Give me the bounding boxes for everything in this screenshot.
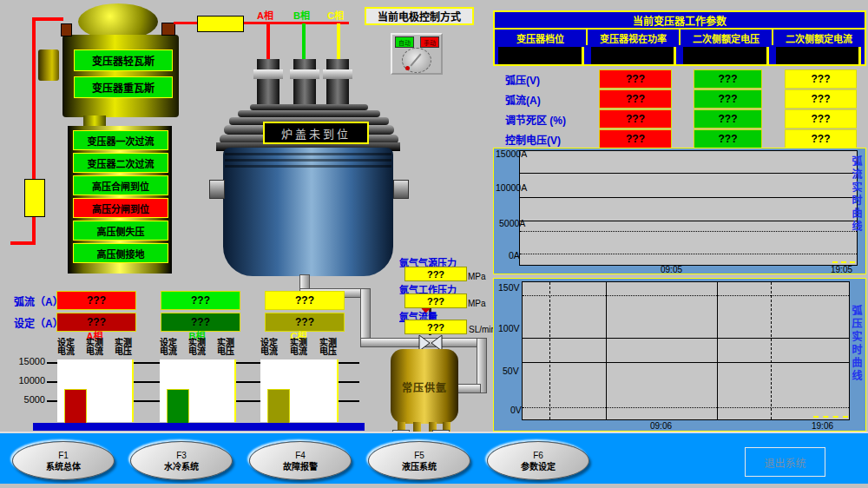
electrode-a xyxy=(257,59,279,108)
mode-manual-button[interactable]: 手动 xyxy=(420,36,439,48)
trend-cursor xyxy=(813,416,848,418)
alarm-label: 变压器二次过流 xyxy=(88,156,155,170)
argon-flow-unit: SL/min xyxy=(469,325,496,334)
header-set-current: 设定电流 xyxy=(160,339,177,356)
value-text: ??? xyxy=(427,322,444,333)
value-text: ??? xyxy=(812,133,831,145)
gas-relay-light-label: 变压器轻瓦斯 xyxy=(92,53,155,68)
header-set-current: 设定电流 xyxy=(260,339,278,356)
mode-manual-label: 手动 xyxy=(424,38,436,47)
arc-current-plot-area xyxy=(519,150,858,266)
value-text: ??? xyxy=(719,133,738,145)
furnace-band3 xyxy=(225,165,391,168)
header-meas-voltage: 实测电压 xyxy=(115,339,132,356)
hv-breaker-box xyxy=(24,179,45,217)
header-meas-current: 实测电流 xyxy=(86,339,103,356)
value-text: ??? xyxy=(427,269,444,280)
furnace-trunnion-left xyxy=(209,180,225,199)
bar-section-base xyxy=(33,423,365,431)
hdr-bottom: 电流 xyxy=(160,347,177,356)
deadband-c: ??? xyxy=(785,109,857,129)
alarm-lamp-hv-voltage-loss: 高压侧失压 xyxy=(73,221,168,241)
value-text: ??? xyxy=(427,296,444,307)
header-meas-current: 实测电流 xyxy=(188,339,206,356)
value-text: ??? xyxy=(87,316,106,328)
bottom-gray-strip xyxy=(0,484,868,488)
header-meas-voltage: 实测电压 xyxy=(217,339,234,356)
hv-wire-bottom xyxy=(10,241,36,245)
f3-water-cooling-button[interactable]: F3 水冷系统 xyxy=(130,441,233,480)
mode-auto-label: 自动 xyxy=(398,38,411,47)
value-cell xyxy=(680,45,773,66)
feeder-resistor xyxy=(197,16,244,32)
button-label: 故障报警 xyxy=(283,461,318,472)
ytick-100V: 100V xyxy=(498,323,520,333)
mode-auto-button[interactable]: 自动 xyxy=(395,36,414,48)
electrode-b-collar xyxy=(290,69,319,79)
exit-system-button[interactable]: 退出系统 xyxy=(745,447,825,477)
alarm-lamp-hv-ground: 高压侧接地 xyxy=(73,243,168,263)
fkey-label: F1 xyxy=(58,450,69,461)
bar-ytick-10000: 10000 xyxy=(14,375,45,386)
electrode-b xyxy=(293,59,316,108)
f5-hydraulic-system-button[interactable]: F5 液压系统 xyxy=(368,441,470,480)
alarm-lamp-secondary-overcurrent: 变压器二次过流 xyxy=(73,153,168,173)
phase-c-wire-label: C相 xyxy=(327,8,344,22)
phase-a-column-headers: 设定电流 实测电流 实测电压 xyxy=(57,339,132,356)
f6-parameter-settings-button[interactable]: F6 参数设定 xyxy=(487,441,589,480)
gridline xyxy=(523,295,849,296)
gridline xyxy=(771,282,772,419)
gas-relay-light: 变压器轻瓦斯 xyxy=(74,49,173,71)
gas-relay-heavy: 变压器重瓦斯 xyxy=(74,76,173,98)
taskbar: F1 系统总体 F3 水冷系统 F4 故障报警 F5 液压系统 F6 参数设定 … xyxy=(0,432,868,484)
transformer-terminal-left xyxy=(61,23,72,36)
transformer-terminal-right xyxy=(161,23,175,36)
value-text: ??? xyxy=(626,93,645,105)
furnace-trunnion-right xyxy=(393,180,409,199)
secondary-voltage-value xyxy=(683,47,769,64)
arc-voltage-param-label: 弧压(V) xyxy=(505,72,540,87)
alarm-lamp-hv-close-position: 高压合闸到位 xyxy=(73,175,168,195)
f4-fault-alarm-button[interactable]: F4 故障报警 xyxy=(249,441,352,480)
control-voltage-a: ??? xyxy=(599,129,672,148)
tick-line xyxy=(234,400,260,402)
gridline xyxy=(523,407,849,408)
alarm-label: 高压合闸到位 xyxy=(92,179,149,193)
value-text: ??? xyxy=(719,73,738,85)
tick-line xyxy=(47,400,57,402)
tick-line xyxy=(47,381,57,383)
value-text: ??? xyxy=(812,93,831,105)
alarm-lamp-hv-open-position: 高压分闸到位 xyxy=(73,198,168,218)
table-title: 当前变压器工作参数 xyxy=(495,12,865,30)
xtick-mid: 09:05 xyxy=(661,265,682,274)
arc-current-trend-chart: 15000A 10000A 5000A 0A 09:05 19:05 弧流实时曲… xyxy=(493,148,866,274)
tick-line xyxy=(337,362,359,364)
header-set-current: 设定电流 xyxy=(57,339,75,356)
phase-b-column-headers: 设定电流 实测电流 实测电压 xyxy=(160,339,234,356)
control-voltage-param-label: 控制电压(V) xyxy=(505,132,561,147)
apparent-power-value xyxy=(591,47,677,64)
argon-flow-value: ??? xyxy=(404,320,467,334)
hdr-bottom: 电流 xyxy=(188,347,206,356)
arc-voltage-chart-title: 弧压实时曲线 xyxy=(849,305,864,426)
furnace-band2 xyxy=(225,159,391,162)
value-text: ??? xyxy=(295,316,314,328)
tap-position-value xyxy=(498,47,584,64)
phase-a-wire-label: A相 xyxy=(257,8,273,22)
argon-tank: 常压供氩 xyxy=(391,349,458,424)
value-text: ??? xyxy=(719,93,738,105)
electrode-mode-title-text: 当前电极控制方式 xyxy=(378,9,461,23)
gridline xyxy=(549,282,550,419)
furnace-lid-status: 炉盖未到位 xyxy=(263,122,369,144)
value-text: ??? xyxy=(295,294,314,307)
hdr-bottom: 电压 xyxy=(319,347,337,356)
fkey-label: F6 xyxy=(533,450,543,461)
f1-system-overview-button[interactable]: F1 系统总体 xyxy=(12,441,115,480)
col-secondary-rated-voltage: 二次侧额定电压 xyxy=(681,30,773,45)
arc-voltage-plot-area xyxy=(522,281,850,420)
argon-source-pressure-unit: MPa xyxy=(468,272,486,281)
deadband-b: ??? xyxy=(694,109,762,129)
gridline xyxy=(520,231,857,232)
bar-ytick-15000: 15000 xyxy=(14,356,45,366)
value-cell xyxy=(773,45,865,66)
